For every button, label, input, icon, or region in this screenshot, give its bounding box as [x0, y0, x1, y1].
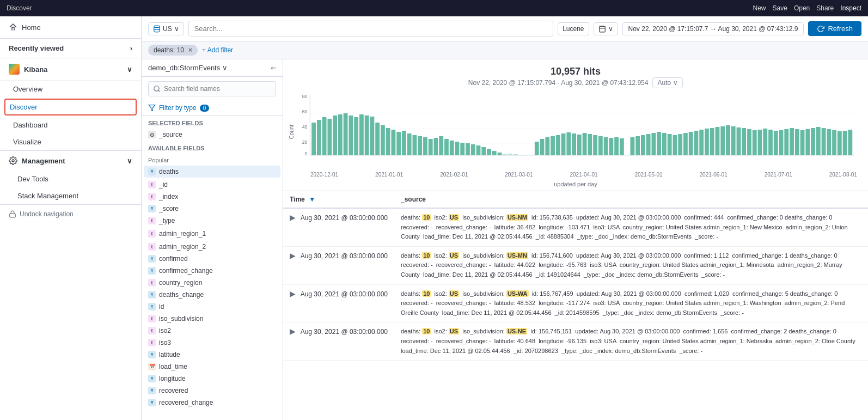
remove-filter-icon[interactable]: × [188, 46, 192, 54]
field-item-recovered-change[interactable]: # recovered_change [148, 397, 276, 409]
expand-row-3-button[interactable]: ▶ [290, 289, 296, 298]
active-filter-deaths[interactable]: deaths: 10 × [148, 45, 198, 56]
undock-label: Undock navigation [20, 210, 74, 218]
field-str-icon6: t [148, 279, 156, 287]
field-item-deaths[interactable]: # deaths [144, 166, 280, 178]
management-section-header[interactable]: Management ∨ [0, 151, 141, 171]
index-pattern-name: US [163, 25, 172, 33]
field-item-admin-region-1[interactable]: t admin_region_1 + [148, 227, 276, 241]
sidebar-item-discover[interactable]: Discover [4, 99, 137, 115]
svg-rect-103 [774, 131, 778, 155]
add-filter-label: + Add filter [202, 46, 233, 54]
time-value-2: Aug 30, 2021 @ 03:00:00.000 [301, 252, 388, 260]
sidebar-item-devtools[interactable]: Dev Tools [0, 171, 141, 187]
svg-rect-76 [630, 137, 634, 155]
field-str-icon8: t [148, 327, 156, 334]
open-button[interactable]: Open [794, 4, 810, 12]
add-filter-button[interactable]: + Add filter [202, 46, 233, 54]
svg-rect-90 [705, 129, 709, 155]
table-row: ▶ Aug 30, 2021 @ 03:00:00.000 deaths: 10… [283, 246, 868, 284]
time-header-label: Time [290, 196, 305, 203]
expand-row-1-button[interactable]: ▶ [290, 213, 296, 222]
svg-rect-102 [768, 130, 773, 155]
field-item-admin-region-2[interactable]: t admin_region_2 [148, 241, 276, 253]
highlight-isosub-3: US-WA [506, 290, 529, 297]
field-item-load-time[interactable]: 📅 load_time [148, 361, 276, 373]
sidebar-item-visualize[interactable]: Visualize [0, 133, 141, 150]
highlight-deaths-2: 10 [422, 252, 431, 259]
chevron-down-icon5: ∨ [222, 64, 228, 72]
highlight-iso2-1: US [449, 214, 459, 221]
lucene-selector[interactable]: Lucene [558, 22, 589, 35]
svg-rect-58 [535, 142, 539, 155]
recently-viewed-header[interactable]: Recently viewed › [0, 39, 141, 58]
field-item-iso3[interactable]: t iso3 [148, 337, 276, 349]
auto-interval-selector[interactable]: Auto ∨ [652, 77, 683, 88]
time-value-4: Aug 30, 2021 @ 03:00:00.000 [301, 328, 388, 336]
sidebar-item-overview[interactable]: Overview [0, 81, 141, 98]
highlight-iso2-3: US [449, 290, 459, 297]
svg-rect-111 [816, 127, 821, 155]
index-pattern-bar: demo_db:StormEvents ∨ ⇐ [142, 59, 283, 77]
field-item-recovered[interactable]: # recovered [148, 385, 276, 397]
search-fields-input[interactable] [148, 81, 276, 96]
sidebar-toggle-button[interactable]: ⇐ [271, 64, 276, 72]
popular-label: Popular [142, 154, 283, 165]
field-date-icon: 📅 [148, 363, 156, 370]
svg-rect-68 [588, 134, 592, 155]
field-item-longitude[interactable]: # longitude [148, 373, 276, 385]
svg-rect-43 [439, 136, 443, 155]
field-item-deaths-change[interactable]: # deaths_change [148, 289, 276, 301]
home-icon [9, 23, 17, 32]
field-item-iso-subdivision[interactable]: t iso_subdivision [148, 313, 276, 325]
field-item-source[interactable]: ⊙ _source [148, 129, 276, 141]
index-pattern-dropdown[interactable]: demo_db:StormEvents ∨ [148, 64, 228, 72]
share-button[interactable]: Share [816, 4, 834, 12]
kibana-section-header[interactable]: Kibana ∨ [0, 58, 141, 81]
time-column-header[interactable]: Time ▼ [283, 191, 394, 208]
field-item-confirmed[interactable]: # confirmed [148, 253, 276, 265]
field-item-_type[interactable]: t _type [148, 215, 276, 227]
field-item-_id[interactable]: t _id [148, 179, 276, 191]
field-item-iso2[interactable]: t iso2 [148, 325, 276, 337]
svg-rect-54 [498, 153, 502, 155]
query-input[interactable] [188, 21, 553, 36]
home-nav-item[interactable]: Home [0, 16, 141, 39]
svg-rect-108 [800, 130, 805, 155]
chart-area: 10,957 hits Nov 22, 2020 @ 17:15:07.794 … [283, 59, 868, 191]
field-name-iso3: iso3 [159, 339, 171, 346]
svg-rect-112 [822, 128, 826, 155]
field-item-confirmed-change[interactable]: # confirmed_change [148, 265, 276, 277]
index-pattern-selector[interactable]: US ∨ [148, 22, 184, 35]
expand-row-4-button[interactable]: ▶ [290, 327, 296, 336]
date-range-picker[interactable]: Nov 22, 2020 @ 17:15:07.7 → Aug 30, 2021… [622, 22, 804, 35]
svg-rect-101 [763, 129, 767, 155]
svg-rect-72 [609, 138, 613, 155]
field-str-icon3: t [148, 217, 156, 224]
field-item-_score[interactable]: # _score [148, 203, 276, 215]
highlight-deaths-4: 10 [422, 328, 431, 334]
refresh-button[interactable]: Refresh [808, 21, 861, 36]
field-item-latitude[interactable]: # latitude [148, 349, 276, 361]
chevron-down-icon6: ∨ [673, 79, 678, 87]
sidebar-item-stack-management[interactable]: Stack Management [0, 187, 141, 204]
undock-navigation[interactable]: Undock navigation [0, 205, 141, 223]
filter-by-type-button[interactable]: Filter by type 0 [142, 101, 283, 115]
expand-row-2-button[interactable]: ▶ [290, 251, 296, 260]
svg-rect-22 [327, 119, 332, 155]
date-picker-toggle[interactable]: ∨ [594, 22, 618, 35]
field-item-_index[interactable]: t _index [148, 191, 276, 203]
field-item-id[interactable]: # id [148, 301, 276, 313]
save-button[interactable]: Save [773, 4, 787, 12]
highlight-deaths-1: 10 [422, 214, 431, 221]
refresh-icon [817, 25, 824, 33]
index-icon [153, 25, 161, 33]
content-area: US ∨ Lucene ∨ Nov 22, 2020 @ 17:15:07.7 … [142, 16, 868, 420]
sidebar-item-dashboard[interactable]: Dashboard [0, 117, 141, 133]
field-name-confirmed: confirmed [159, 255, 188, 263]
svg-rect-116 [843, 131, 847, 155]
new-button[interactable]: New [753, 4, 766, 12]
inspect-button[interactable]: Inspect [840, 4, 861, 12]
results-table: Time ▼ _source [283, 191, 868, 420]
field-item-country-region[interactable]: t country_region [148, 277, 276, 289]
